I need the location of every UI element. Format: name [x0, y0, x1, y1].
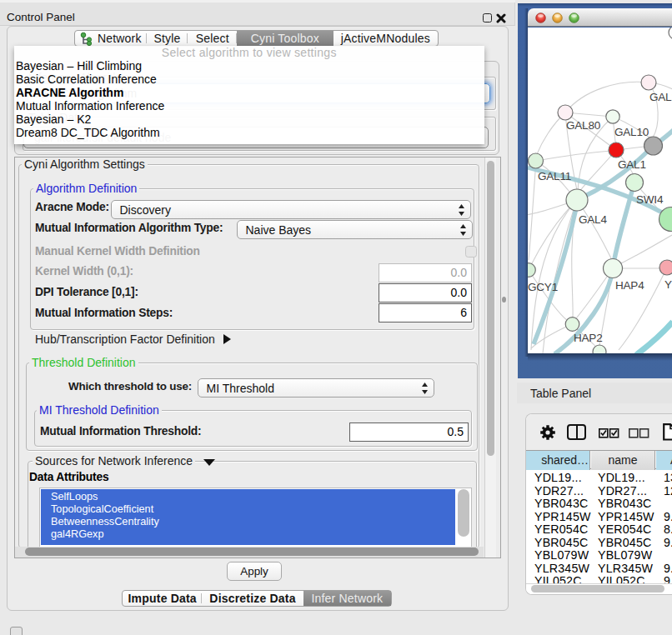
svg-text:YB: YB [664, 278, 672, 291]
svg-text:GAL2: GAL2 [649, 91, 672, 103]
svg-text:HAP2: HAP2 [574, 332, 602, 344]
svg-text:HAP4: HAP4 [615, 279, 644, 292]
svg-text:GAL1: GAL1 [618, 158, 646, 171]
svg-text:GAL10: GAL10 [614, 126, 649, 138]
svg-text:SWI4: SWI4 [636, 193, 664, 206]
svg-text:GAL4: GAL4 [579, 213, 607, 226]
svg-text:GAL80: GAL80 [566, 119, 600, 132]
svg-text:GCY1: GCY1 [528, 281, 558, 293]
svg-text:GAL11: GAL11 [538, 170, 571, 182]
